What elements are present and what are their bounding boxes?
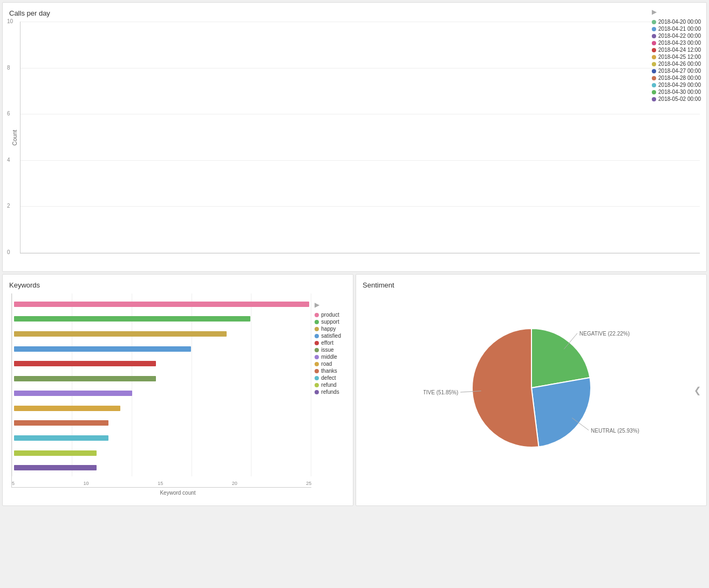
kw-bar-7 <box>14 406 120 411</box>
kw-legend-label: issue <box>321 347 333 353</box>
pie-slice-positive <box>472 329 538 447</box>
legend-label: 2018-05-02 00:00 <box>658 96 701 102</box>
kw-bar-row-7 <box>14 405 309 412</box>
kw-legend: ▶productsupporthappysatisfiedeffortissue… <box>315 299 341 493</box>
bars-wrapper <box>21 22 700 253</box>
kw-legend-label: thanks <box>321 368 337 374</box>
legend-dot <box>652 48 656 52</box>
kw-bar-6 <box>14 391 132 396</box>
legend-label: 2018-04-30 00:00 <box>658 89 701 95</box>
kw-legend-item-10: refund <box>315 382 341 388</box>
bar-chart-container: 10 8 6 4 2 0 <box>20 22 700 254</box>
kw-legend-label: refunds <box>321 389 339 395</box>
kw-legend-dot <box>315 320 319 324</box>
kw-bar-8 <box>14 420 108 426</box>
legend-label: 2018-04-21 00:00 <box>658 26 701 32</box>
calls-legend-item-9: 2018-04-29 00:00 <box>652 82 701 88</box>
pie-slice-neutral <box>531 378 591 447</box>
legend-dot <box>652 41 656 45</box>
kw-legend-label: product <box>321 312 339 318</box>
kw-legend-dot <box>315 341 319 345</box>
sentiment-nav-arrow[interactable]: ❮ <box>694 385 701 395</box>
kw-bar-row-4 <box>14 360 309 367</box>
calls-per-day-panel: Calls per day Count 10 8 6 4 2 0 <box>2 2 707 272</box>
kw-legend-item-4: effort <box>315 340 341 346</box>
kw-legend-item-7: road <box>315 361 341 367</box>
kw-bar-row-9 <box>14 434 309 442</box>
calls-legend-item-6: 2018-04-26 00:00 <box>652 61 701 67</box>
kw-bar-11 <box>14 465 97 470</box>
legend-dot <box>652 55 656 59</box>
kw-legend-item-9: defect <box>315 375 341 381</box>
kw-legend-dot <box>315 327 319 331</box>
calls-legend-item-10: 2018-04-30 00:00 <box>652 89 701 95</box>
kw-legend-dot <box>315 313 319 317</box>
kw-legend-item-6: middle <box>315 354 341 360</box>
dashboard: Calls per day Count 10 8 6 4 2 0 <box>0 0 709 588</box>
kw-bar-row-8 <box>14 419 309 427</box>
keywords-title: Keywords <box>9 281 346 289</box>
legend-label: 2018-04-26 00:00 <box>658 61 701 67</box>
calls-legend-item-4: 2018-04-24 12:00 <box>652 47 701 53</box>
legend-dot <box>652 34 656 38</box>
kw-legend-arrow[interactable]: ▶ <box>315 301 341 309</box>
legend-dot <box>652 83 656 87</box>
kw-legend-item-5: issue <box>315 347 341 353</box>
legend-label: 2018-04-22 00:00 <box>658 33 701 39</box>
calls-legend-item-11: 2018-05-02 00:00 <box>652 96 701 102</box>
legend-dot <box>652 97 656 101</box>
kw-legend-dot <box>315 369 319 373</box>
kw-legend-dot <box>315 383 319 387</box>
legend-dot <box>652 76 656 80</box>
kw-x-axis-label: Keyword count <box>9 490 346 496</box>
kw-bar-row-0 <box>14 300 309 308</box>
sentiment-panel: Sentiment NEGATIVE (22.22%)NEUTRAL (25.9… <box>356 274 707 506</box>
kw-legend-dot <box>315 348 319 352</box>
sentiment-title: Sentiment <box>363 281 700 289</box>
calls-legend-item-2: 2018-04-22 00:00 <box>652 33 701 39</box>
kw-legend-item-0: product <box>315 312 341 318</box>
bottom-row: Keywords <box>2 274 707 506</box>
legend-label: 2018-04-27 00:00 <box>658 68 701 74</box>
kw-bar-3 <box>14 346 191 352</box>
bar-chart: 10 8 6 4 2 0 <box>20 22 700 254</box>
keywords-chart: 5 10 15 20 25 ▶productsupporthappysatisf… <box>9 293 346 488</box>
kw-legend-label: satisfied <box>321 333 341 339</box>
legend-dot <box>652 20 656 24</box>
legend-dot <box>652 27 656 31</box>
calls-y-axis-label: Count <box>9 22 20 254</box>
sentiment-svg: NEGATIVE (22.22%)NEUTRAL (25.93%)POSITIV… <box>424 302 639 474</box>
kw-legend-item-2: happy <box>315 326 341 332</box>
kw-legend-label: effort <box>321 340 333 346</box>
legend-dot <box>652 69 656 73</box>
calls-per-day-chart-area: Count 10 8 6 4 2 0 ▶2018-04-20 0 <box>9 22 700 254</box>
kw-bars <box>12 296 311 476</box>
kw-x-axis: 5 10 15 20 25 <box>12 476 311 487</box>
kw-legend-dot <box>315 355 319 359</box>
calls-legend-arrow[interactable]: ▶ <box>652 8 701 16</box>
legend-label: 2018-04-28 00:00 <box>658 75 701 81</box>
kw-bar-4 <box>14 361 156 366</box>
kw-legend-dot <box>315 376 319 380</box>
calls-legend-item-5: 2018-04-25 12:00 <box>652 54 701 60</box>
keywords-panel: Keywords <box>2 274 353 506</box>
kw-legend-label: support <box>321 319 339 325</box>
kw-legend-item-3: satisfied <box>315 333 341 339</box>
kw-legend-dot <box>315 362 319 366</box>
calls-legend-item-1: 2018-04-21 00:00 <box>652 26 701 32</box>
kw-legend-label: defect <box>321 375 336 381</box>
kw-bar-row-2 <box>14 330 309 338</box>
kw-bar-0 <box>14 302 309 307</box>
calls-legend-item-8: 2018-04-28 00:00 <box>652 75 701 81</box>
kw-bar-5 <box>14 376 156 381</box>
legend-dot <box>652 90 656 94</box>
kw-legend-label: road <box>321 361 332 367</box>
legend-label: 2018-04-24 12:00 <box>658 47 701 53</box>
kw-bar-row-10 <box>14 449 309 457</box>
kw-bar-row-6 <box>14 389 309 397</box>
kw-bar-row-3 <box>14 345 309 353</box>
kw-legend-item-8: thanks <box>315 368 341 374</box>
kw-legend-label: happy <box>321 326 336 332</box>
kw-legend-item-1: support <box>315 319 341 325</box>
legend-label: 2018-04-25 12:00 <box>658 54 701 60</box>
